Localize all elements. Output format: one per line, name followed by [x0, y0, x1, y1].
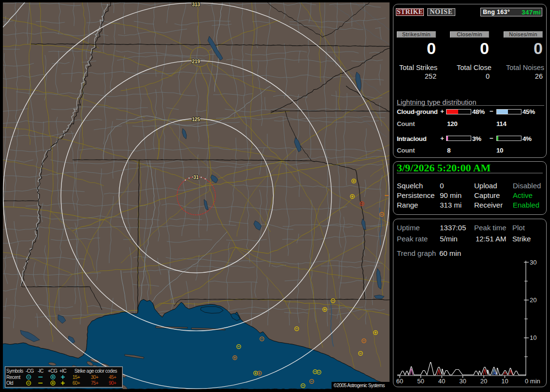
svg-text:60: 60 [396, 378, 403, 385]
svg-text:30: 30 [530, 259, 536, 266]
svg-text:20: 20 [480, 378, 487, 385]
svg-text:10: 10 [530, 334, 536, 341]
svg-text:40: 40 [438, 378, 445, 385]
svg-text:30: 30 [459, 378, 466, 385]
svg-text:10: 10 [501, 378, 508, 385]
svg-text:0 min: 0 min [525, 378, 540, 385]
svg-text:20: 20 [530, 296, 536, 304]
svg-text:50: 50 [417, 378, 424, 385]
